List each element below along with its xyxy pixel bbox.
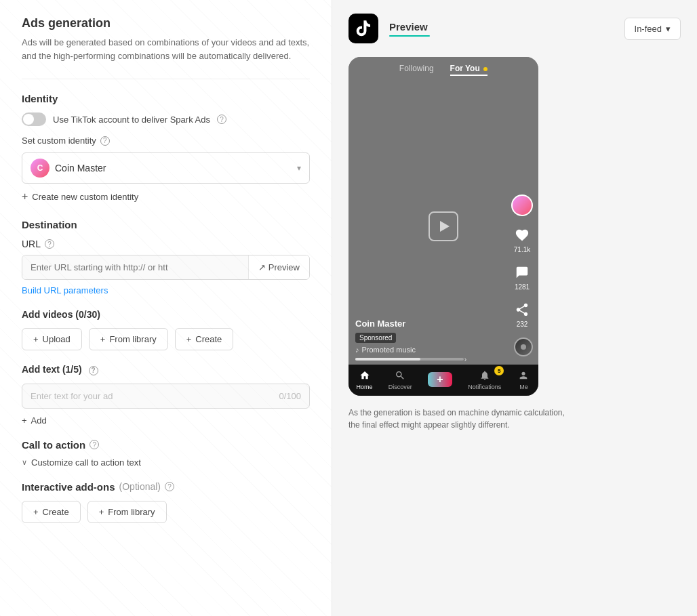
create-identity-btn[interactable]: + Create new custom identity — [22, 190, 310, 203]
set-identity-row: Set custom identity ? — [22, 136, 310, 146]
addons-section: Interactive add-ons (Optional) ? + Creat… — [22, 481, 310, 523]
right-panel: Preview In-feed ▾ Following For You — [332, 0, 697, 616]
format-dropdown[interactable]: In-feed ▾ — [624, 18, 681, 40]
music-note-icon: ♪ — [355, 346, 359, 354]
nav-for-you: For You — [450, 64, 488, 76]
heart-icon — [513, 226, 532, 245]
nav-me-label: Me — [519, 384, 528, 390]
nav-following: Following — [399, 64, 434, 76]
add-text-link[interactable]: + Add — [22, 415, 310, 426]
url-label: URL — [22, 239, 41, 249]
preview-underline — [389, 35, 430, 37]
tiktok-logo-svg — [354, 19, 373, 38]
like-action: 71.1k — [513, 226, 532, 253]
identity-dropdown[interactable]: C Coin Master ▾ — [22, 152, 310, 184]
format-chevron-icon: ▾ — [666, 24, 671, 34]
music-bar: ♪ Promoted music — [355, 346, 504, 354]
progress-chevron-icon: › — [464, 356, 466, 363]
add-videos-section: Add videos (0/30) + Upload + From librar… — [22, 309, 310, 350]
nav-dot — [483, 67, 487, 71]
addons-library-btn[interactable]: + From library — [87, 501, 167, 523]
page-subtitle: Ads will be generated based on combinati… — [22, 36, 310, 62]
nav-discover: Discover — [389, 369, 412, 390]
spark-toggle-label: Use TikTok account to deliver Spark Ads — [53, 115, 210, 125]
nav-notif-label: Notifications — [468, 384, 501, 390]
spark-help-icon[interactable]: ? — [217, 115, 226, 124]
music-disc-inner — [521, 344, 526, 350]
addons-create-btn[interactable]: + Create — [22, 501, 81, 523]
phone-mockup: Following For You — [348, 57, 538, 396]
cta-section: Call to action ? ∨ Customize call to act… — [22, 439, 310, 468]
set-identity-label: Set custom identity — [22, 136, 96, 146]
create-identity-label: Create new custom identity — [32, 192, 138, 202]
url-help-icon[interactable]: ? — [45, 239, 54, 249]
progress-bar: › — [355, 358, 464, 361]
format-label: In-feed — [635, 24, 662, 34]
cta-chevron-icon: ∨ — [22, 458, 27, 467]
comment-action: 1281 — [513, 263, 532, 291]
addons-create-icon: + — [33, 507, 39, 517]
nav-notifications: 5 Notifications — [468, 369, 501, 390]
identity-help-icon[interactable]: ? — [100, 136, 110, 146]
addons-library-icon: + — [99, 507, 104, 517]
create-label: Create — [195, 334, 222, 344]
library-label: From library — [109, 334, 156, 344]
build-url-link[interactable]: Build URL parameters — [22, 285, 310, 295]
preview-link-icon: ↗ — [258, 262, 266, 272]
upload-plus-icon: + — [33, 334, 39, 344]
create-video-btn[interactable]: + Create — [175, 328, 234, 350]
upload-btn[interactable]: + Upload — [22, 328, 82, 350]
addons-label: Interactive add-ons — [22, 481, 115, 493]
tiktok-logo — [348, 14, 378, 43]
phone-bottom-nav: Home Discover + 5 Notifications — [348, 365, 538, 396]
spark-toggle[interactable] — [22, 112, 46, 126]
nav-me: Me — [517, 369, 530, 390]
identity-label: Identity — [22, 93, 310, 104]
add-text-label: Add text (1/5) ? — [22, 364, 310, 375]
comment-count: 1281 — [515, 283, 530, 291]
chevron-down-icon: ▾ — [297, 163, 301, 173]
url-input[interactable] — [22, 255, 248, 279]
phone-username: Coin Master — [355, 319, 504, 329]
identity-name: Coin Master — [55, 163, 292, 173]
plus-icon: + — [22, 190, 28, 203]
identity-section: Identity Use TikTok account to deliver S… — [22, 93, 310, 203]
page-title: Ads generation — [22, 16, 310, 30]
discover-icon — [393, 369, 407, 382]
comment-icon — [513, 263, 532, 282]
cta-label-row: Call to action ? — [22, 439, 310, 451]
nav-create-btn: + — [428, 372, 452, 387]
nav-home-label: Home — [357, 384, 373, 390]
progress-fill — [355, 358, 420, 361]
destination-label: Destination — [22, 219, 310, 230]
notification-icon — [478, 369, 492, 382]
text-placeholder: Enter text for your ad — [31, 391, 113, 401]
nav-discover-label: Discover — [389, 384, 412, 390]
phone-avatar — [511, 194, 533, 216]
like-count: 71.1k — [514, 246, 530, 253]
url-row: URL ? — [22, 239, 310, 249]
sponsored-badge: Sponsored — [355, 333, 396, 343]
toggle-knob — [23, 114, 34, 125]
left-panel: Ads generation Ads will be generated bas… — [0, 0, 332, 616]
phone-bottom-info: Coin Master Sponsored ♪ Promoted music › — [355, 319, 504, 361]
divider-1 — [22, 79, 310, 79]
upload-label: Upload — [43, 334, 71, 344]
cta-customize-btn[interactable]: ∨ Customize call to action text — [22, 457, 310, 468]
share-action: 232 — [513, 300, 532, 328]
video-btn-group: + Upload + From library + Create — [22, 328, 310, 350]
cta-help-icon[interactable]: ? — [89, 440, 99, 449]
text-help-icon[interactable]: ? — [89, 366, 98, 375]
play-icon — [429, 211, 458, 241]
preview-note: As the generation is based on machine dy… — [348, 407, 565, 431]
add-label: Add — [31, 415, 47, 426]
addons-help-icon[interactable]: ? — [165, 482, 174, 491]
from-library-btn[interactable]: + From library — [89, 328, 168, 350]
share-icon — [513, 300, 532, 319]
optional-tag: (Optional) — [119, 481, 161, 492]
destination-section: Destination URL ? ↗ Preview Build URL pa… — [22, 219, 310, 295]
spark-toggle-row: Use TikTok account to deliver Spark Ads … — [22, 112, 310, 126]
preview-url-btn[interactable]: ↗ Preview — [248, 255, 309, 279]
cta-label: Call to action — [22, 439, 85, 451]
music-label: Promoted music — [362, 346, 416, 354]
